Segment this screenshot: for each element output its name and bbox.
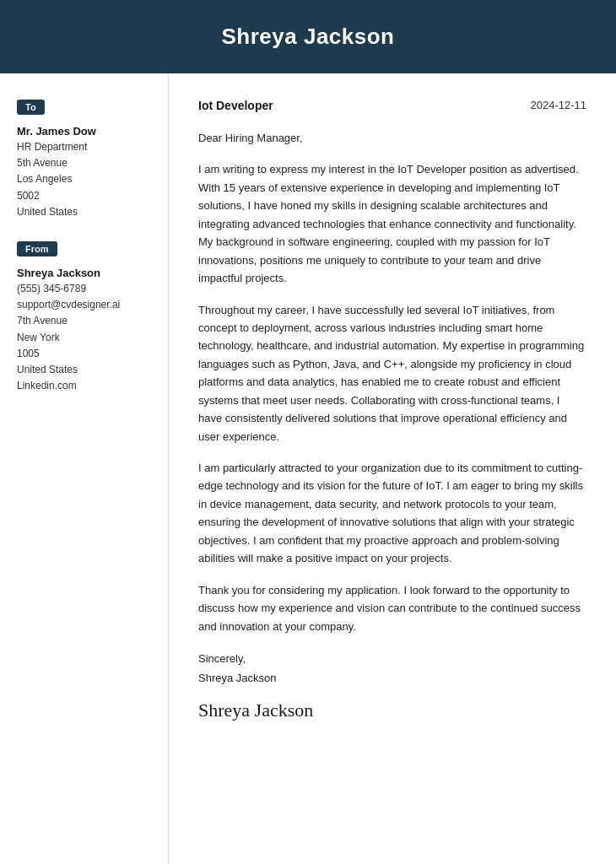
sender-zip: 1005 bbox=[17, 346, 151, 362]
paragraph-4: Thank you for considering my application… bbox=[198, 581, 586, 635]
closing-name: Shreya Jackson bbox=[198, 668, 586, 688]
paragraph-3: I am particularly attracted to your orga… bbox=[198, 459, 586, 568]
from-badge: From bbox=[17, 241, 57, 256]
recipient-city: Los Angeles bbox=[17, 171, 151, 187]
letter-body: Dear Hiring Manager, I am writing to exp… bbox=[198, 129, 586, 635]
letter-header: Iot Developer 2024-12-11 bbox=[198, 99, 586, 112]
paragraph-2: Throughout my career, I have successfull… bbox=[198, 301, 586, 446]
from-section: From Shreya Jackson (555) 345-6789 suppo… bbox=[17, 240, 151, 394]
salutation: Dear Hiring Manager, bbox=[198, 129, 586, 147]
recipient-country: United States bbox=[17, 204, 151, 220]
closing: Sincerely, Shreya Jackson Shreya Jackson bbox=[198, 649, 586, 726]
page: Shreya Jackson To Mr. James Dow HR Depar… bbox=[0, 0, 616, 864]
signature: Shreya Jackson bbox=[198, 694, 586, 727]
letter-date: 2024-12-11 bbox=[531, 99, 587, 111]
sidebar: To Mr. James Dow HR Department 5th Avenu… bbox=[0, 73, 169, 864]
sender-website: Linkedin.com bbox=[17, 378, 151, 394]
letter-main: Iot Developer 2024-12-11 Dear Hiring Man… bbox=[169, 73, 616, 864]
sender-name: Shreya Jackson bbox=[17, 267, 151, 279]
closing-word: Sincerely, bbox=[198, 649, 586, 668]
sender-city: New York bbox=[17, 330, 151, 346]
paragraph-1: I am writing to express my interest in t… bbox=[198, 160, 586, 287]
header: Shreya Jackson bbox=[0, 0, 616, 73]
job-title: Iot Developer bbox=[198, 99, 273, 112]
content-area: To Mr. James Dow HR Department 5th Avenu… bbox=[0, 73, 616, 864]
to-badge: To bbox=[17, 100, 45, 115]
sender-email: support@cvdesigner.ai bbox=[17, 297, 151, 313]
recipient-street: 5th Avenue bbox=[17, 155, 151, 171]
sender-phone: (555) 345-6789 bbox=[17, 281, 151, 297]
sender-street: 7th Avenue bbox=[17, 313, 151, 329]
to-section: To Mr. James Dow HR Department 5th Avenu… bbox=[17, 99, 151, 220]
recipient-zip: 5002 bbox=[17, 188, 151, 204]
header-name: Shreya Jackson bbox=[17, 24, 599, 50]
recipient-department: HR Department bbox=[17, 139, 151, 155]
sender-country: United States bbox=[17, 362, 151, 378]
recipient-name: Mr. James Dow bbox=[17, 125, 151, 138]
